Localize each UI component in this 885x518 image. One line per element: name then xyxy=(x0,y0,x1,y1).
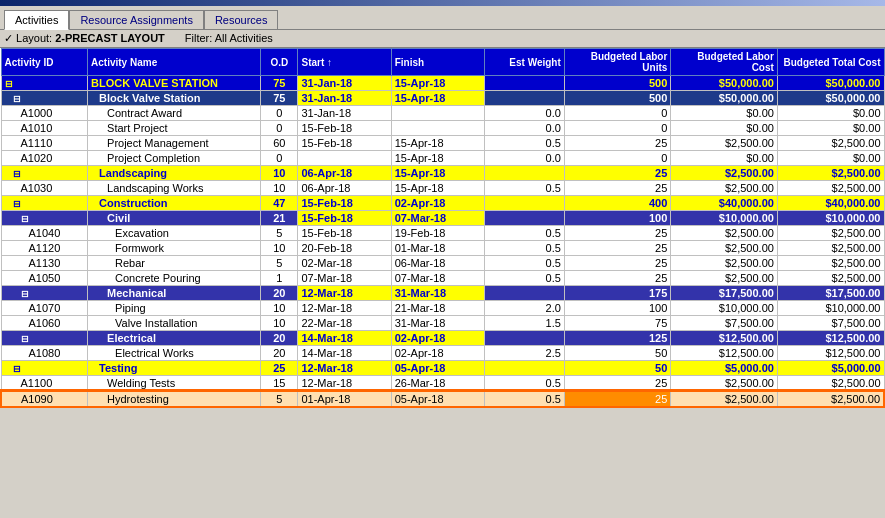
cell-start: 12-Mar-18 xyxy=(298,286,391,301)
cell-est-weight: 1.5 xyxy=(484,316,564,331)
table-row[interactable]: ⊟ Construction4715-Feb-1802-Apr-18400$40… xyxy=(1,196,884,211)
cell-finish: 15-Apr-18 xyxy=(391,91,484,106)
col-header-est-weight[interactable]: Est Weight xyxy=(484,49,564,76)
cell-activity-id: A1000 xyxy=(1,106,88,121)
cell-od: 20 xyxy=(261,286,298,301)
cell-od: 10 xyxy=(261,301,298,316)
cell-budg-labor-cost: $2,500.00 xyxy=(671,136,778,151)
cell-od: 5 xyxy=(261,256,298,271)
cell-budg-labor-cost: $50,000.00 xyxy=(671,76,778,91)
cell-budg-labor-cost: $10,000.00 xyxy=(671,211,778,226)
cell-est-weight: 0.0 xyxy=(484,151,564,166)
table-row[interactable]: A1100Welding Tests1512-Mar-1826-Mar-180.… xyxy=(1,376,884,392)
table-row[interactable]: ⊟ BLOCK VALVE STATION7531-Jan-1815-Apr-1… xyxy=(1,76,884,91)
cell-activity-id: A1010 xyxy=(1,121,88,136)
cell-finish: 05-Apr-18 xyxy=(391,391,484,407)
cell-activity-name: Welding Tests xyxy=(88,376,261,392)
cell-budg-total-cost: $10,000.00 xyxy=(777,301,884,316)
cell-finish: 02-Apr-18 xyxy=(391,196,484,211)
layout-label: ✓ Layout: 2-PRECAST LAYOUT xyxy=(4,32,165,45)
table-row[interactable]: A1010Start Project015-Feb-180.00$0.00$0.… xyxy=(1,121,884,136)
tab-activities[interactable]: Activities xyxy=(4,10,69,30)
table-row[interactable]: A1090Hydrotesting501-Apr-1805-Apr-180.52… xyxy=(1,391,884,407)
table-row[interactable]: A1110Project Management6015-Feb-1815-Apr… xyxy=(1,136,884,151)
cell-activity-id: ⊟ xyxy=(1,331,88,346)
cell-activity-name: Valve Installation xyxy=(88,316,261,331)
cell-budg-total-cost: $0.00 xyxy=(777,121,884,136)
col-header-od[interactable]: O.D xyxy=(261,49,298,76)
cell-start: 20-Feb-18 xyxy=(298,241,391,256)
cell-budg-labor-units: 50 xyxy=(564,346,671,361)
cell-activity-id: A1050 xyxy=(1,271,88,286)
table-row[interactable]: ⊟ Civil2115-Feb-1807-Mar-18100$10,000.00… xyxy=(1,211,884,226)
cell-activity-id: ⊟ xyxy=(1,211,88,226)
table-row[interactable]: ⊟ Block Valve Station7531-Jan-1815-Apr-1… xyxy=(1,91,884,106)
table-row[interactable]: ⊟ Testing2512-Mar-1805-Apr-1850$5,000.00… xyxy=(1,361,884,376)
cell-budg-labor-cost: $2,500.00 xyxy=(671,226,778,241)
cell-start xyxy=(298,151,391,166)
cell-budg-labor-units: 25 xyxy=(564,376,671,392)
cell-activity-name: Landscaping Works xyxy=(88,181,261,196)
table-row[interactable]: A1130Rebar502-Mar-1806-Mar-180.525$2,500… xyxy=(1,256,884,271)
table-row[interactable]: A1020Project Completion015-Apr-180.00$0.… xyxy=(1,151,884,166)
cell-finish: 07-Mar-18 xyxy=(391,271,484,286)
cell-budg-total-cost: $7,500.00 xyxy=(777,316,884,331)
table-row[interactable]: ⊟ Mechanical2012-Mar-1831-Mar-18175$17,5… xyxy=(1,286,884,301)
table-row[interactable]: A1060Valve Installation1022-Mar-1831-Mar… xyxy=(1,316,884,331)
table-row[interactable]: ⊟ Landscaping1006-Apr-1815-Apr-1825$2,50… xyxy=(1,166,884,181)
cell-budg-labor-units: 25 xyxy=(564,271,671,286)
cell-budg-labor-cost: $17,500.00 xyxy=(671,286,778,301)
cell-od: 0 xyxy=(261,106,298,121)
cell-est-weight xyxy=(484,211,564,226)
cell-start: 12-Mar-18 xyxy=(298,376,391,392)
cell-finish: 31-Mar-18 xyxy=(391,286,484,301)
cell-budg-labor-units: 25 xyxy=(564,136,671,151)
cell-od: 10 xyxy=(261,316,298,331)
cell-budg-labor-units: 25 xyxy=(564,256,671,271)
col-header-start[interactable]: Start ↑ xyxy=(298,49,391,76)
col-header-activity-name[interactable]: Activity Name xyxy=(88,49,261,76)
cell-budg-labor-cost: $0.00 xyxy=(671,151,778,166)
activities-table: Activity ID Activity Name O.D Start ↑ Fi… xyxy=(0,48,885,408)
table-row[interactable]: A1050Concrete Pouring107-Mar-1807-Mar-18… xyxy=(1,271,884,286)
toolbar: ✓ Layout: 2-PRECAST LAYOUT Filter: All A… xyxy=(0,30,885,48)
cell-est-weight xyxy=(484,331,564,346)
table-row[interactable]: A1030Landscaping Works1006-Apr-1815-Apr-… xyxy=(1,181,884,196)
cell-budg-labor-units: 50 xyxy=(564,361,671,376)
cell-finish: 21-Mar-18 xyxy=(391,301,484,316)
tab-resource-assignments[interactable]: Resource Assignments xyxy=(69,10,204,29)
cell-od: 10 xyxy=(261,181,298,196)
table-row[interactable]: A1040Excavation515-Feb-1819-Feb-180.525$… xyxy=(1,226,884,241)
cell-budg-labor-cost: $2,500.00 xyxy=(671,241,778,256)
cell-budg-total-cost: $2,500.00 xyxy=(777,181,884,196)
cell-budg-labor-units: 0 xyxy=(564,151,671,166)
cell-est-weight xyxy=(484,91,564,106)
cell-finish: 19-Feb-18 xyxy=(391,226,484,241)
table-row[interactable]: A1120Formwork1020-Feb-1801-Mar-180.525$2… xyxy=(1,241,884,256)
col-header-finish[interactable]: Finish xyxy=(391,49,484,76)
cell-est-weight xyxy=(484,76,564,91)
cell-finish: 31-Mar-18 xyxy=(391,316,484,331)
tab-resources[interactable]: Resources xyxy=(204,10,279,29)
cell-activity-name: Electrical Works xyxy=(88,346,261,361)
cell-activity-name: Rebar xyxy=(88,256,261,271)
table-row[interactable]: A1000Contract Award031-Jan-180.00$0.00$0… xyxy=(1,106,884,121)
col-header-budg-labor-cost[interactable]: Budgeted Labor Cost xyxy=(671,49,778,76)
cell-est-weight: 0.5 xyxy=(484,391,564,407)
cell-finish: 26-Mar-18 xyxy=(391,376,484,392)
table-row[interactable]: A1070Piping1012-Mar-1821-Mar-182.0100$10… xyxy=(1,301,884,316)
col-header-activity-id[interactable]: Activity ID xyxy=(1,49,88,76)
table-row[interactable]: A1080Electrical Works2014-Mar-1802-Apr-1… xyxy=(1,346,884,361)
cell-activity-id: A1100 xyxy=(1,376,88,392)
cell-start: 15-Feb-18 xyxy=(298,196,391,211)
col-header-budg-labor-units[interactable]: Budgeted Labor Units xyxy=(564,49,671,76)
cell-est-weight: 2.0 xyxy=(484,301,564,316)
cell-start: 31-Jan-18 xyxy=(298,91,391,106)
cell-start: 31-Jan-18 xyxy=(298,106,391,121)
cell-budg-labor-cost: $0.00 xyxy=(671,106,778,121)
column-header-row: Activity ID Activity Name O.D Start ↑ Fi… xyxy=(1,49,884,76)
table-row[interactable]: ⊟ Electrical2014-Mar-1802-Apr-18125$12,5… xyxy=(1,331,884,346)
cell-budg-total-cost: $0.00 xyxy=(777,151,884,166)
cell-start: 01-Apr-18 xyxy=(298,391,391,407)
col-header-budg-total-cost[interactable]: Budgeted Total Cost xyxy=(777,49,884,76)
